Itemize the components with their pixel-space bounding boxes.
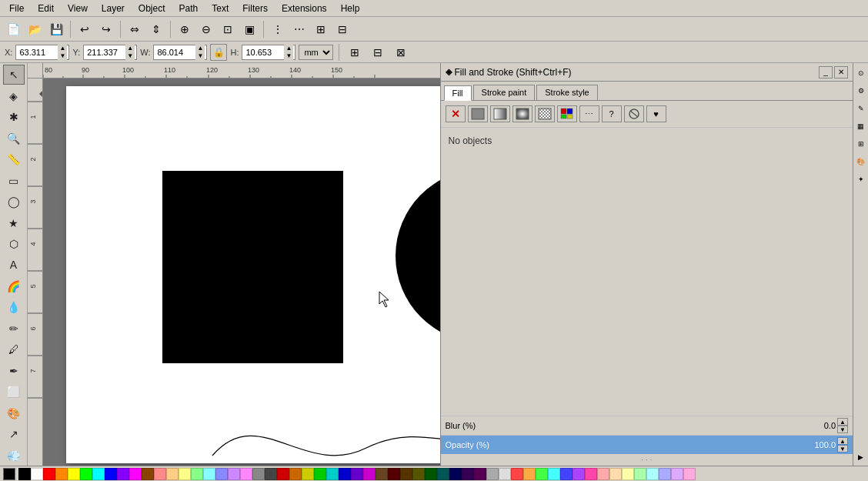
fill-swatch-button[interactable] [557,105,577,122]
canvas-scroll[interactable] [43,78,440,466]
color-swatch[interactable] [585,468,597,480]
color-swatch[interactable] [203,468,215,480]
distribute-button[interactable]: ⊠ [391,42,411,62]
color-swatch[interactable] [215,468,228,480]
tab-fill[interactable]: Fill [444,85,472,101]
expand-icon[interactable]: ▶ [855,449,867,466]
opacity-up-button[interactable]: ▲ [837,437,848,445]
canvas-curve-object[interactable] [212,417,440,466]
fill-linear-button[interactable] [490,105,510,122]
color-swatch[interactable] [289,468,302,480]
fill-unset-button[interactable] [624,105,644,122]
dropper-tool[interactable]: 💧 [3,297,25,317]
color-swatch[interactable] [80,468,92,480]
color-swatch[interactable] [523,468,536,480]
blur-up-button[interactable]: ▲ [837,418,848,426]
h-down-button[interactable]: ▼ [284,52,293,60]
zoom-tool[interactable]: 🔍 [3,128,25,148]
panel-minimize-button[interactable]: _ [819,66,833,78]
color-swatch[interactable] [68,468,80,480]
x-up-button[interactable]: ▲ [58,45,67,52]
lock-aspect-button[interactable]: 🔒 [210,44,227,61]
fill-pattern-button[interactable] [535,105,555,122]
color-swatch[interactable] [511,468,523,480]
fill-tool[interactable]: 🎨 [3,403,25,423]
color-swatch[interactable] [609,468,622,480]
opacity-down-button[interactable]: ▼ [837,445,848,453]
save-button[interactable]: 💾 [46,19,66,39]
color-swatch[interactable] [265,468,277,480]
menu-layer[interactable]: Layer [95,2,131,15]
tab-stroke-paint[interactable]: Stroke paint [473,85,536,100]
color-swatch[interactable] [486,468,499,480]
color-swatch[interactable] [622,468,634,480]
menu-help[interactable]: Help [335,2,366,15]
color-swatch[interactable] [92,468,105,480]
new-button[interactable]: 📄 [3,19,23,39]
color-swatch[interactable] [412,468,425,480]
zoom-out-button[interactable]: ⊖ [196,19,216,39]
canvas-rect-object[interactable] [162,171,343,363]
color-swatch[interactable] [43,468,55,480]
xml-editor-icon[interactable]: ✎ [855,100,867,117]
star-tool[interactable]: ★ [3,212,25,232]
menu-edit[interactable]: Edit [32,2,60,15]
rect-tool[interactable]: ▭ [3,170,25,190]
color-swatch[interactable] [129,468,142,480]
x-down-button[interactable]: ▼ [58,52,67,60]
pen-tool[interactable]: 🖊 [3,339,25,359]
canvas-document[interactable] [66,86,440,463]
color-swatch[interactable] [437,468,449,480]
symbols-icon[interactable]: ✦ [855,171,867,188]
color-swatch[interactable] [179,468,191,480]
transform-button[interactable]: ⊞ [345,42,365,62]
color-swatch[interactable] [646,468,659,480]
color-swatch[interactable] [462,468,474,480]
color-swatch[interactable] [18,468,31,480]
align-button[interactable]: ⊟ [368,42,388,62]
black-swatch[interactable] [3,468,15,480]
flip-h-button[interactable]: ⇔ [125,19,145,39]
canvas-circle-object[interactable] [396,169,440,342]
color-swatch[interactable] [376,468,388,480]
unit-select[interactable]: mm px pt in cm [299,45,333,60]
zoom-fit-button[interactable]: ⊡ [218,19,238,39]
gradient-tool[interactable]: 🌈 [3,276,25,296]
blur-down-button[interactable]: ▼ [837,426,848,433]
fill-radial-button[interactable] [512,105,532,122]
3d-box-tool[interactable]: ⬡ [3,234,25,254]
color-swatch[interactable] [449,468,462,480]
redo-button[interactable]: ↪ [96,19,116,39]
color-swatch[interactable] [388,468,400,480]
h-up-button[interactable]: ▲ [284,45,293,52]
fill-inherit-button[interactable]: ♥ [646,105,666,122]
color-swatch[interactable] [363,468,376,480]
color-swatch[interactable] [400,468,412,480]
tweak-tool[interactable]: ✱ [3,107,25,127]
undo-button[interactable]: ↩ [75,19,95,39]
pencil-tool[interactable]: ✏ [3,319,25,339]
swatches-icon[interactable]: 🎨 [855,153,867,170]
open-button[interactable]: 📂 [25,19,45,39]
snap-icon[interactable]: ⊙ [855,65,867,82]
tool-controls-icon[interactable]: ⚙ [855,82,867,99]
color-swatch[interactable] [683,468,696,480]
color-swatch[interactable] [339,468,351,480]
connector-tool[interactable]: ↗ [3,424,25,444]
color-swatch[interactable] [560,468,573,480]
eraser-tool[interactable]: ⬜ [3,382,25,402]
color-swatch[interactable] [548,468,560,480]
color-swatch[interactable] [671,468,683,480]
color-swatch[interactable] [31,468,43,480]
ungroup-button[interactable]: ⊟ [332,19,352,39]
fill-flat-button[interactable] [468,105,488,122]
node-edit-button[interactable]: ⋮ [268,19,288,39]
color-swatch[interactable] [252,468,265,480]
menu-object[interactable]: Object [132,2,172,15]
tab-stroke-style[interactable]: Stroke style [536,85,597,100]
tweak-button[interactable]: ⋯ [289,19,309,39]
fill-help-button[interactable]: ? [602,105,622,122]
color-swatch[interactable] [117,468,129,480]
color-swatch[interactable] [536,468,548,480]
y-up-button[interactable]: ▲ [125,45,135,52]
